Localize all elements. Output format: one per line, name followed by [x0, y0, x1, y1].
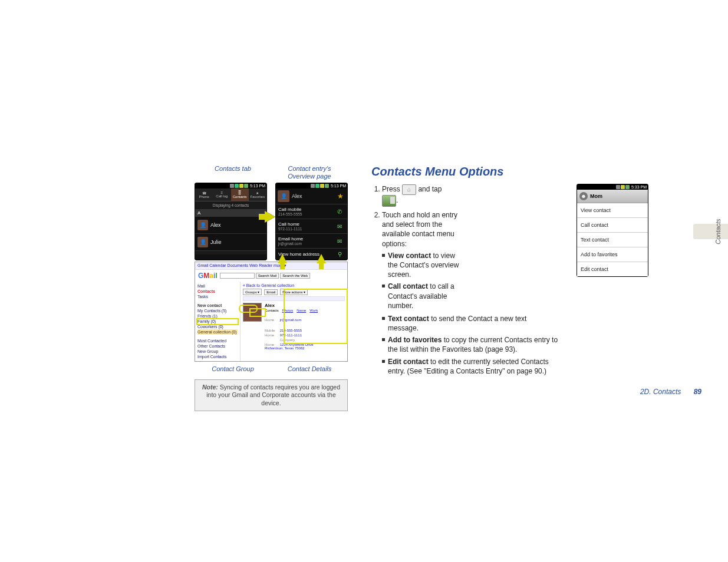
mail-icon: ✉ — [334, 238, 345, 244]
section-heading: Contacts Menu Options — [371, 165, 560, 178]
menu-item: Edit contact — [577, 262, 648, 276]
network-icon — [244, 184, 248, 188]
avatar: 👤 — [278, 190, 289, 202]
caption-contacts-tab: Contacts tab — [195, 165, 271, 180]
status-time: 5:33 PM — [631, 185, 647, 189]
caption-overview-page: Contact entry's Overview page — [271, 165, 348, 180]
signal-icon — [311, 184, 315, 188]
menu-item: Add to favorites — [577, 247, 648, 262]
map-icon: ⚲ — [334, 251, 345, 257]
phone-overview-screenshot: 5:13 PM 👤 Alex ★ Call mobile214-555-5555… — [275, 183, 348, 260]
overview-name: Alex — [289, 193, 335, 199]
gmail-search: Search Mail Search the Web — [220, 273, 344, 279]
contact-name: Julie — [210, 239, 264, 245]
network-icon — [325, 184, 329, 188]
signal-icon — [616, 185, 620, 189]
arrow-up-icon — [278, 254, 287, 263]
gmail-logo: GMail — [198, 272, 218, 280]
contacts-app-icon — [382, 195, 396, 207]
overview-row: Email homejr@gmail.com ✉ — [276, 233, 347, 248]
status-bar: 5:13 PM — [195, 183, 266, 189]
menu-header: ☻ Mom — [577, 190, 648, 203]
wifi-icon — [315, 184, 319, 188]
tab-contacts: ≣Contacts — [231, 189, 249, 201]
arrow-right-icon — [265, 211, 275, 223]
avatar: 👤 — [197, 220, 208, 230]
list-item: 👤 Julie — [195, 234, 266, 251]
signal-icon — [230, 184, 234, 188]
menu-item: Call contact — [577, 218, 648, 233]
contact-name: Alex — [210, 222, 264, 228]
battery-icon — [621, 185, 625, 189]
list-item: 👤 Alex — [195, 217, 266, 234]
bullet-call-contact: Call contact to call a Contact's availab… — [382, 282, 466, 310]
highlight-box — [284, 289, 348, 344]
bullet-edit-contact: Edit contact to edit the currently selec… — [382, 357, 559, 376]
highlight-box — [249, 308, 266, 317]
page-footer: 2D. Contacts 89 — [640, 388, 701, 396]
overview-row: Call mobile214-555-5555 ✆ — [276, 204, 347, 219]
menu-item: View contact — [577, 203, 648, 218]
bullet-view-contact: View contact to view the Contact's overv… — [382, 251, 466, 280]
status-bar: 5:33 PM — [577, 184, 648, 190]
gmail-groups-btn: Groups ▾ — [243, 289, 262, 295]
caption-contact-group: Contact Group — [195, 365, 271, 373]
phone-menu-screenshot: 5:33 PM ☻ Mom View contact Call contact … — [577, 184, 648, 277]
gmail-search-mail-btn: Search Mail — [256, 273, 279, 279]
gmail-email-btn: Email — [264, 289, 278, 295]
overview-row: Call home972-111-1111 ✉ — [276, 219, 347, 233]
battery-icon — [320, 184, 324, 188]
tab-phone: ☎Phone — [195, 189, 213, 201]
gmail-search-web-btn: Search the Web — [280, 273, 310, 279]
menu-item: Text contact — [577, 233, 648, 247]
home-key-icon: ⌂ — [402, 184, 416, 195]
highlight-box — [196, 318, 239, 325]
tab-favorites: ★Favorites — [249, 189, 266, 201]
bullet-add-favorites: Add to favorites to copy the current Con… — [382, 335, 559, 354]
phone-icon: ✆ — [334, 209, 345, 215]
letter-divider: A — [195, 209, 266, 217]
overview-header: 👤 Alex ★ — [276, 189, 347, 204]
bullet-text-contact: Text contact to send the Contact a new t… — [382, 314, 559, 333]
star-icon: ★ — [335, 192, 345, 200]
phone-screenshots-row: 5:13 PM ☎Phone ≡Call log ≣Contacts ★Favo… — [195, 183, 348, 260]
sms-icon: ✉ — [334, 223, 345, 230]
contacts-count: Displaying 4 contacts — [195, 201, 266, 209]
wifi-icon — [235, 184, 239, 188]
gmail-screenshot: Gmail Calendar Documents Web Reader more… — [195, 262, 348, 362]
phone-contacts-screenshot: 5:13 PM ☎Phone ≡Call log ≣Contacts ★Favo… — [195, 183, 267, 260]
avatar: 👤 — [197, 237, 208, 247]
avatar-icon: ☻ — [579, 192, 588, 200]
gmail-back-link: « Back to General collection — [243, 283, 345, 287]
step-2: Touch and hold an entry and select from … — [382, 210, 466, 310]
section-side-tab: Contacts — [693, 224, 728, 239]
arrow-up-icon — [317, 254, 326, 263]
tab-calllog: ≡Call log — [213, 189, 230, 201]
status-bar: 5:13 PM — [276, 183, 347, 189]
battery-icon — [239, 184, 243, 188]
note-box: Note: Syncing of contacts requires you a… — [195, 379, 348, 412]
status-time: 5:13 PM — [331, 184, 346, 188]
network-icon — [625, 185, 630, 189]
step-1: Press ⌂ and tap . — [382, 184, 466, 207]
status-time: 5:13 PM — [250, 184, 265, 188]
gmail-search-input — [220, 273, 255, 279]
caption-contact-details: Contact Details — [271, 365, 348, 373]
phone-tabs: ☎Phone ≡Call log ≣Contacts ★Favorites — [195, 189, 266, 201]
